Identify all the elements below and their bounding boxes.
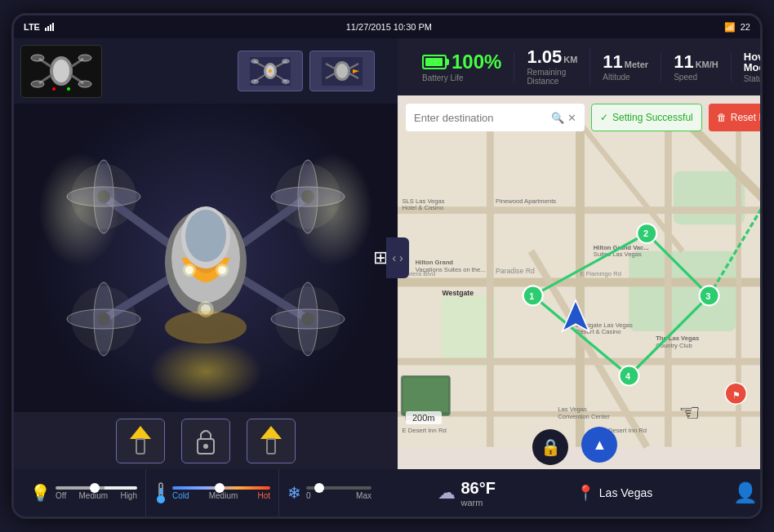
- altitude-label: Altitude: [603, 73, 629, 82]
- fan-max-label: Max: [356, 491, 371, 500]
- search-icon[interactable]: 🔍: [551, 112, 564, 124]
- distance-label: Remaining Distance: [527, 68, 577, 86]
- svg-point-27: [336, 64, 348, 78]
- svg-text:Paradise Rd: Paradise Rd: [496, 267, 535, 275]
- light-off-label: Off: [56, 491, 66, 500]
- svg-point-7: [31, 55, 44, 61]
- speed-label: Speed: [674, 73, 697, 82]
- front-view-icon: [322, 57, 363, 86]
- svg-point-67: [203, 444, 208, 449]
- distance-value: 1.05KM: [527, 48, 577, 66]
- svg-text:Hilton Grand: Hilton Grand: [416, 259, 454, 266]
- svg-text:Las Vegas: Las Vegas: [558, 406, 587, 413]
- battery-stat: 100% Battery Life: [410, 52, 514, 82]
- svg-rect-123: [403, 378, 449, 413]
- search-box[interactable]: 🔍 ✕: [406, 104, 585, 131]
- check-icon: ✓: [600, 112, 608, 123]
- status-bar: LTE 11/27/2015 10:30 PM 📶 22: [14, 16, 760, 38]
- svg-point-56: [185, 210, 226, 262]
- location-name: Las Vegas: [599, 486, 652, 499]
- pin-icon: 📍: [576, 484, 594, 502]
- lock-overlay[interactable]: 🔒: [532, 429, 568, 465]
- svg-point-11: [52, 87, 56, 91]
- control-lock-icon: [193, 424, 219, 457]
- svg-point-51: [97, 313, 110, 326]
- svg-text:1: 1: [529, 291, 534, 301]
- svg-text:Suites Las Vegas: Suites Las Vegas: [594, 250, 642, 258]
- status-right: 📶 22: [724, 22, 750, 33]
- nav-arrow-button[interactable]: ▲: [581, 427, 617, 463]
- control-up2-icon: [259, 424, 283, 457]
- bottom-bar-left: 💡 Off Medium High: [14, 469, 398, 516]
- svg-rect-71: [160, 488, 162, 494]
- battery-icon: [422, 55, 447, 69]
- hand-cursor: ☞: [678, 398, 701, 427]
- svg-marker-64: [130, 426, 151, 439]
- control-btn-2[interactable]: [247, 419, 296, 463]
- drone-header: [14, 38, 398, 104]
- svg-point-12: [67, 87, 70, 91]
- control-btn-1[interactable]: [116, 419, 165, 463]
- light-high-label: High: [120, 491, 137, 500]
- svg-point-10: [78, 81, 91, 87]
- map-container: 🔍 ✕ ✓ Setting Successful 🗑 Reset Flight …: [398, 95, 760, 469]
- main-content: ‹ ›: [14, 38, 760, 516]
- drone-view-top[interactable]: [238, 51, 303, 91]
- svg-point-22: [251, 79, 259, 84]
- fan-control: ❄ 0 Max: [279, 469, 380, 516]
- svg-text:Resort & Casino: Resort & Casino: [576, 328, 621, 335]
- weather-info: ☁ 86°F warm: [438, 479, 495, 508]
- svg-text:Hotel & Casino: Hotel & Casino: [402, 204, 443, 211]
- svg-text:E Flamingo Rd: E Flamingo Rd: [580, 270, 621, 277]
- lte-label: LTE: [24, 22, 40, 32]
- fan-min-label: 0: [306, 491, 311, 500]
- collapse-icon: ‹ ›: [392, 251, 403, 264]
- hover-mode-stat: Hover Mode Status: [732, 51, 760, 83]
- svg-point-8: [78, 55, 91, 61]
- device-frame: LTE 11/27/2015 10:30 PM 📶 22: [11, 13, 763, 519]
- temp-slider-track[interactable]: [172, 486, 270, 490]
- drone-views: [238, 51, 375, 91]
- svg-point-59: [183, 264, 196, 277]
- fan-slider-track[interactable]: [306, 486, 371, 490]
- wifi-icon: 📶: [724, 22, 736, 33]
- search-input[interactable]: [414, 112, 551, 124]
- cloud-icon: ☁: [438, 482, 456, 503]
- svg-point-9: [31, 81, 44, 87]
- drone-thumbnail[interactable]: [20, 45, 102, 98]
- reset-flight-path-button[interactable]: 🗑 Reset Flight Path: [709, 104, 760, 131]
- map-scale: 200m: [406, 411, 442, 424]
- spotlight-bottom: [149, 339, 263, 404]
- map-background[interactable]: Paradise Rd Koval Ln Riviera Blvd E Flam…: [398, 95, 760, 469]
- temperature: 86°F: [460, 479, 495, 498]
- temp-hot-label: Hot: [257, 491, 270, 500]
- hover-mode-label: Status: [744, 74, 760, 83]
- light-slider-track[interactable]: [56, 486, 137, 490]
- fan-icon: ❄: [287, 483, 301, 503]
- temp-medium-label: Medium: [209, 491, 238, 500]
- right-panel: 100% Battery Life 1.05KM Remaining Dista…: [398, 38, 760, 516]
- collapse-button[interactable]: ‹ ›: [386, 237, 409, 278]
- location-info[interactable]: 📍 Las Vegas: [576, 484, 652, 502]
- map-search-bar: 🔍 ✕ ✓ Setting Successful 🗑 Reset Flight …: [406, 104, 760, 131]
- controls-bar: [14, 412, 398, 469]
- svg-text:Westgate: Westgate: [443, 289, 474, 297]
- altitude-stat: 11Meter Altitude: [590, 53, 661, 82]
- spotlight-left: [38, 153, 120, 267]
- datetime: 11/27/2015 10:30 PM: [346, 22, 432, 32]
- svg-text:⚑: ⚑: [732, 390, 741, 400]
- svg-rect-83: [665, 117, 672, 446]
- svg-text:2: 2: [643, 228, 648, 238]
- close-search-icon[interactable]: ✕: [567, 112, 576, 124]
- svg-rect-82: [576, 117, 585, 446]
- altitude-value: 11Meter: [603, 53, 648, 71]
- svg-rect-75: [674, 171, 745, 224]
- user-icon[interactable]: 👤: [733, 481, 758, 504]
- svg-text:4: 4: [625, 371, 630, 381]
- setting-success-badge: ✓ Setting Successful: [591, 104, 702, 131]
- control-btn-lock[interactable]: [181, 419, 230, 463]
- speed-stat: 11KM/H Speed: [661, 53, 732, 82]
- setting-success-label: Setting Successful: [612, 112, 693, 123]
- svg-point-20: [251, 59, 259, 64]
- drone-view-front[interactable]: [309, 51, 375, 91]
